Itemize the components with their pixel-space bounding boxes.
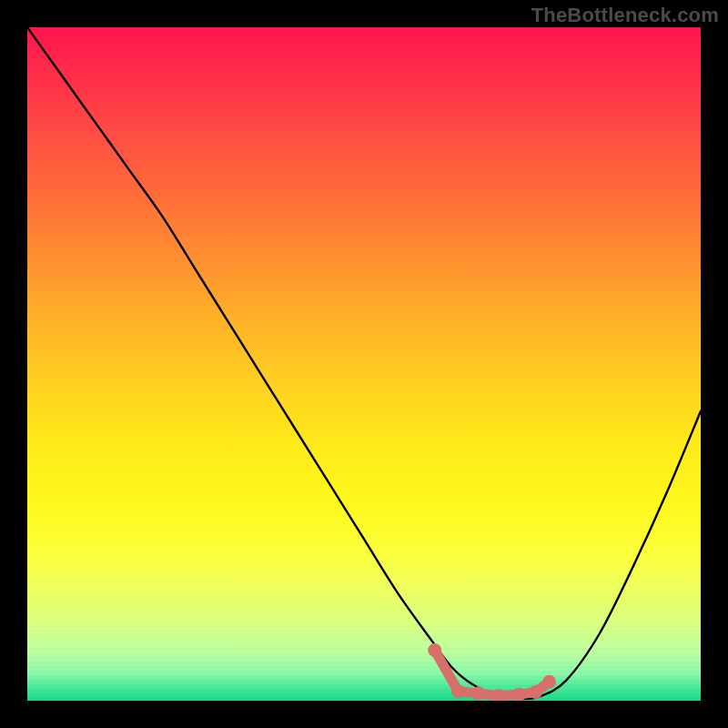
sweet-spot-marker xyxy=(529,685,542,699)
chart-svg xyxy=(27,27,701,701)
sweet-spot-marker xyxy=(451,684,465,698)
sweet-spot-marker xyxy=(471,686,485,700)
sweet-spot-markers xyxy=(428,643,556,701)
bottleneck-curve xyxy=(27,27,701,699)
plot-area xyxy=(27,27,701,701)
watermark-text: TheBottleneck.com xyxy=(531,4,719,27)
sweet-spot-marker xyxy=(542,675,556,689)
chart-root: TheBottleneck.com xyxy=(0,0,728,728)
sweet-spot-marker xyxy=(428,643,441,657)
